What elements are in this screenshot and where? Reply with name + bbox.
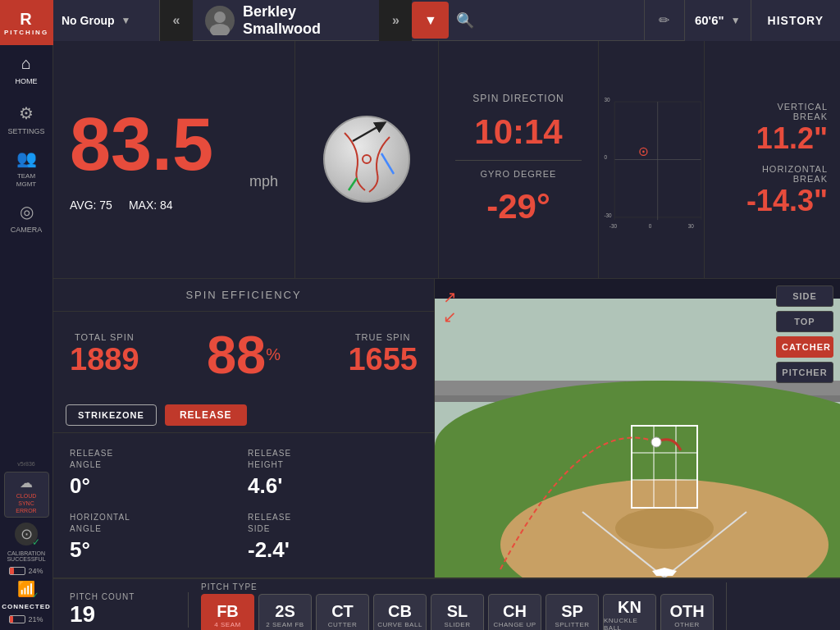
battery-pct-bottom: 21% xyxy=(28,615,43,623)
cloud-sync-status: ☁ CLOUD SYNCERROR xyxy=(4,472,49,518)
dropdown-icon: ▼ xyxy=(424,13,437,28)
view-buttons: SIDE TOP CATCHER PITCHER xyxy=(776,285,833,383)
sidebar-label-settings: SETTINGS xyxy=(7,127,44,135)
pitch-full-ct: CUTTER xyxy=(328,621,357,628)
speed-value: 83.5 xyxy=(70,107,213,181)
nav-prev-button[interactable]: « xyxy=(160,0,193,41)
efficiency-pct: % xyxy=(266,345,281,364)
group-chevron-icon: ▼ xyxy=(121,15,131,26)
vertical-break-value: 11.2" xyxy=(717,121,828,156)
horizontal-angle-value: 5° xyxy=(70,537,240,563)
battery-row-top: 24% xyxy=(9,567,43,575)
catcher-view-button[interactable]: CATCHER xyxy=(776,336,833,358)
efficiency-value: 88 xyxy=(207,324,266,386)
battery-pct-top: 24% xyxy=(28,567,43,575)
pitch-count-value: 19 xyxy=(70,601,171,628)
pitch-type-btn-kn[interactable]: KN KNUCKLE BALL xyxy=(603,594,656,630)
expand-icon[interactable]: ↗↙ xyxy=(443,288,457,326)
horizontal-break-item: HORIZONTALBREAK -14.3" xyxy=(717,164,828,218)
release-angle-label: RELEASEANGLE xyxy=(70,448,240,471)
pitch-type-btn-sp[interactable]: SP SPLITTER xyxy=(546,594,599,630)
connected-label: CONNECTED xyxy=(2,603,51,610)
pitch-type-section: PITCH TYPE FB 4 SEAM 2S 2 SEAM FB CT CUT… xyxy=(189,582,727,630)
cloud-sync-text: CLOUD SYNCERROR xyxy=(16,493,36,514)
pitch-type-btn-oth[interactable]: OTH OTHER xyxy=(660,594,714,630)
pitcher-view-button[interactable]: PITCHER xyxy=(776,362,833,383)
avg-value: 75 xyxy=(99,199,112,212)
home-icon: ⌂ xyxy=(21,54,31,73)
wifi-check-icon: ✓ xyxy=(32,591,39,600)
pitch-abbr-ch: CH xyxy=(503,603,527,619)
true-spin-label: TRUE SPIN xyxy=(355,332,411,342)
sidebar-item-home[interactable]: ⌂ HOME xyxy=(0,45,53,94)
side-view-button[interactable]: SIDE xyxy=(776,285,833,307)
pitch-type-btn-ct[interactable]: CT CUTTER xyxy=(316,594,369,630)
edit-icon: ✏ xyxy=(659,12,669,28)
group-selector[interactable]: No Group ▼ xyxy=(53,0,160,41)
pitch-type-btn-ch[interactable]: CH CHANGE UP xyxy=(488,594,541,630)
top-view-button[interactable]: TOP xyxy=(776,311,833,332)
version-label: v5r836 xyxy=(17,461,34,467)
horizontal-angle-label: HORIZONTALANGLE xyxy=(70,512,240,535)
pitch-type-btn-sl[interactable]: SL SLIDER xyxy=(431,594,484,630)
logo-text: PITCHING xyxy=(4,29,48,36)
spin-direction-label: SPIN DIRECTION xyxy=(472,93,564,104)
svg-point-1 xyxy=(210,24,230,35)
svg-point-2 xyxy=(324,116,409,202)
speed-panel: 83.5 mph AVG: 75 MAX: 84 xyxy=(53,41,295,278)
edit-button[interactable]: ✏ xyxy=(644,0,685,41)
distance-value: 60'6" xyxy=(695,13,724,27)
player-dropdown-button[interactable]: ▼ xyxy=(412,2,449,39)
pitch-abbr-sp: SP xyxy=(561,603,583,619)
release-button[interactable]: RELEASE xyxy=(165,404,247,426)
bottom-pitch-row: PITCH COUNT 19 PITCH TYPE FB 4 SEAM 2S 2… xyxy=(53,578,840,630)
speed-unit: mph xyxy=(70,173,278,190)
gyro-value: -29° xyxy=(486,187,550,226)
history-button[interactable]: HISTORY xyxy=(751,0,840,41)
search-button[interactable]: 🔍 xyxy=(449,0,482,41)
spin-direction-value: 10:14 xyxy=(474,112,562,152)
avg-label: AVG: 75 xyxy=(70,199,112,212)
max-label: MAX: 84 xyxy=(129,199,173,212)
gyro-label: GYRO DEGREE xyxy=(481,169,557,179)
horizontal-break-value: -14.3" xyxy=(717,184,828,218)
vertical-break-item: VERTICALBREAK 11.2" xyxy=(717,102,828,156)
distance-chevron-icon: ▼ xyxy=(731,15,741,26)
strikezone-button[interactable]: STRIKEZONE xyxy=(66,404,157,426)
pitch-abbr-ct: CT xyxy=(331,603,354,619)
middle-row: SPIN EFFICIENCY TOTAL SPIN 1889 88 % TRU… xyxy=(53,279,840,578)
pitch-type-btn-2s[interactable]: 2S 2 SEAM FB xyxy=(258,594,312,630)
release-height-label: RELEASEHEIGHT xyxy=(248,448,418,471)
svg-text:30: 30 xyxy=(688,223,695,229)
sidebar-label-camera: CAMERA xyxy=(11,226,43,234)
sidebar-item-team[interactable]: 👥 TEAMMGMT xyxy=(0,144,53,193)
nav-next-button[interactable]: » xyxy=(379,0,412,41)
sidebar-label-home: HOME xyxy=(16,77,38,85)
sidebar-item-settings[interactable]: ⚙ SETTINGS xyxy=(0,94,53,144)
pitch-type-btn-fb[interactable]: FB 4 SEAM xyxy=(201,594,254,630)
release-side-value: -2.4' xyxy=(248,537,418,563)
efficiency-center: 88 % xyxy=(148,324,340,386)
search-icon: 🔍 xyxy=(456,11,474,30)
sidebar-item-camera[interactable]: ◎ CAMERA xyxy=(0,193,53,242)
battery-fill-top xyxy=(10,568,13,574)
svg-point-27 xyxy=(615,508,714,549)
pitch-type-btn-cb[interactable]: CB CURVE BALL xyxy=(373,594,427,630)
svg-text:-30: -30 xyxy=(609,223,618,229)
release-side-metric: RELEASESIDE -2.4' xyxy=(244,505,422,569)
svg-text:0: 0 xyxy=(649,223,652,229)
battery-bar-bottom xyxy=(9,615,25,623)
svg-point-36 xyxy=(651,437,661,447)
pitch-abbr-cb: CB xyxy=(388,603,412,619)
release-angle-value: 0° xyxy=(70,473,240,499)
baseball-svg xyxy=(320,112,414,207)
pitch-abbr-oth: OTH xyxy=(669,603,704,619)
distance-selector[interactable]: 60'6" ▼ xyxy=(685,0,751,41)
camera-icon: ◎ xyxy=(20,202,34,221)
calibration-status: ⊙ ✓ xyxy=(15,523,38,546)
horizontal-angle-metric: HORIZONTALANGLE 5° xyxy=(66,505,244,569)
wifi-status: 📶 ✓ xyxy=(17,580,35,598)
battery-fill-bottom xyxy=(10,616,13,623)
pitch-count-label: PITCH COUNT xyxy=(70,592,171,601)
battery-bar-top xyxy=(9,567,25,575)
